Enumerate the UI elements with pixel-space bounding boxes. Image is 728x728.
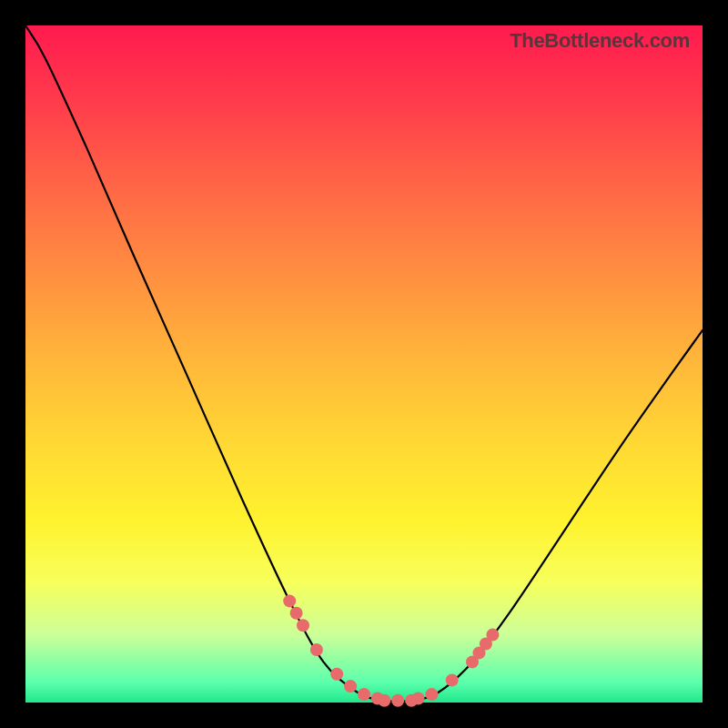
curve-svg <box>25 25 703 703</box>
sample-dot <box>391 694 404 707</box>
sample-dot <box>446 673 459 686</box>
chart-plot-area: TheBottleneck.com <box>25 25 703 703</box>
sample-dot <box>358 688 370 701</box>
sample-dot <box>330 668 343 681</box>
sample-dot <box>297 619 309 632</box>
sample-dot <box>344 680 357 693</box>
watermark-text: TheBottleneck.com <box>510 29 690 53</box>
sample-dot <box>486 629 499 642</box>
sample-dot <box>283 594 296 607</box>
sample-dot <box>412 693 425 705</box>
bottleneck-curve <box>25 25 703 702</box>
sample-dot <box>378 694 390 707</box>
sample-dot <box>425 688 438 701</box>
sample-dot <box>310 643 323 656</box>
sample-dots-group <box>283 594 499 706</box>
sample-dot <box>290 607 303 620</box>
